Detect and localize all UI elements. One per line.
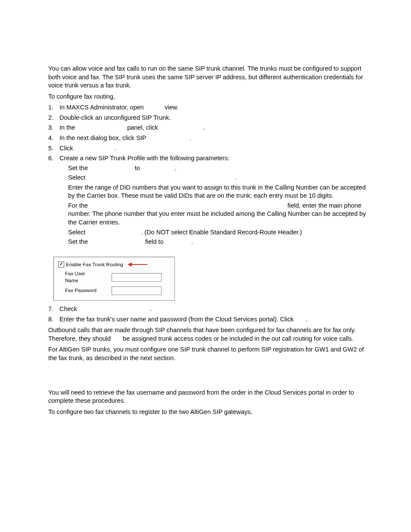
steps-list: 1.In MAXCS Administrator, open view. 2.D… bbox=[48, 103, 368, 246]
sub-point: Set the to . bbox=[59, 164, 368, 173]
altigen-note: For AltiGen SIP trunks, you must configu… bbox=[48, 345, 368, 362]
intro-paragraph: You can allow voice and fax calls to run… bbox=[48, 65, 368, 90]
fax-pass-input[interactable] bbox=[112, 286, 162, 295]
sub-point: Set the field to . bbox=[59, 238, 368, 246]
step-marker: 6. bbox=[48, 154, 53, 163]
outbound-note: Outbound calls that are made through SIP… bbox=[48, 326, 368, 343]
step-text: Enter the fax trunk's user name and pass… bbox=[59, 316, 308, 323]
step-marker: 5. bbox=[48, 144, 53, 153]
step-text: In the next dialog box, click SIP . bbox=[59, 134, 191, 141]
enable-fax-checkbox[interactable]: ✔ bbox=[58, 261, 64, 268]
configure-note: To configure two fax channels to registe… bbox=[48, 408, 368, 417]
checkbox-label: Enable Fax Trunk Routing bbox=[66, 261, 123, 268]
callout-arrow-icon bbox=[128, 262, 147, 267]
step-marker: 4. bbox=[48, 134, 53, 143]
steps-list-cont: 7.Check . 8.Enter the fax trunk's user n… bbox=[48, 305, 368, 324]
fax-user-input[interactable] bbox=[112, 273, 162, 282]
step-marker: 8. bbox=[48, 315, 53, 324]
step-text: In MAXCS Administrator, open view. bbox=[59, 104, 178, 111]
fax-routing-panel: ✔ Enable Fax Trunk Routing Fax User Name… bbox=[53, 257, 175, 301]
lead-in: To configure fax routing, bbox=[48, 93, 368, 101]
fax-user-label: Fax User Name bbox=[65, 271, 99, 284]
step-text: Click . bbox=[59, 145, 116, 152]
step-marker: 1. bbox=[48, 103, 53, 112]
step-marker: 7. bbox=[48, 305, 53, 314]
step-marker: 3. bbox=[48, 124, 53, 132]
sub-point: Select . bbox=[59, 174, 368, 182]
page-content: You can allow voice and fax calls to run… bbox=[0, 0, 411, 532]
step-text: Check . bbox=[59, 305, 152, 312]
sub-point: Select . (Do NOT select Enable Standard … bbox=[59, 228, 368, 237]
sub-point: For the field, enter the main phone numb… bbox=[59, 202, 368, 227]
retrieve-note: You will need to retrieve the fax userna… bbox=[48, 389, 368, 405]
fax-pass-label: Fax Password bbox=[65, 287, 99, 294]
step-marker: 2. bbox=[48, 114, 53, 122]
step-text: Double-click an unconfigured SIP Trunk. bbox=[59, 114, 171, 121]
sub-point: Enter the range of DID numbers that you … bbox=[59, 184, 368, 200]
step-text: In the panel, click . bbox=[59, 124, 205, 131]
step-text: Create a new SIP Trunk Profile with the … bbox=[59, 155, 230, 162]
